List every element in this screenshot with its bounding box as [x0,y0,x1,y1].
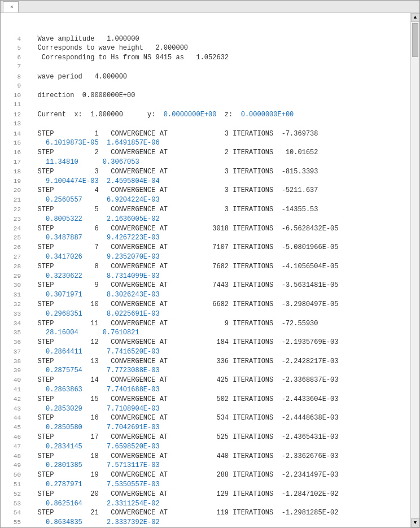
line-text: 0.8634835 2.3337392E-02 [25,518,160,527]
line-row: 50 STEP 19 CONVERGENCE AT 288 ITERATIONS… [5,470,406,480]
line-number: 31 [5,291,21,299]
line-text: STEP 8 CONVERGENCE AT 7682 ITERATIONS -4… [25,262,339,272]
line-text: STEP 17 CONVERGENCE AT 525 ITERATIONS -2… [25,433,339,442]
line-number: 47 [5,443,21,451]
line-number: 7 [5,63,21,71]
scroll-track[interactable] [411,22,419,518]
line-row: 16 STEP 2 CONVERGENCE AT 2 ITERATIONS 10… [5,148,406,158]
line-text: STEP 9 CONVERGENCE AT 7443 ITERATIONS -3… [25,281,339,290]
line-number: 45 [5,424,21,432]
line-text: STEP 12 CONVERGENCE AT 184 ITERATIONS -2… [25,338,339,347]
line-number: 30 [5,281,21,290]
line-number: 19 [5,177,21,186]
line-number: 50 [5,471,21,479]
line-text: STEP 10 CONVERGENCE AT 6682 ITERATIONS -… [25,300,339,309]
scroll-thumb[interactable] [412,23,418,57]
line-text: 0.3417026 9.2352070E-03 [25,252,160,262]
line-row: 49 0.2801385 7.5713117E-03 [5,461,406,470]
line-text: 0.2864411 7.7416520E-03 [25,347,160,357]
line-row: 19 9.1004474E-03 2.4595804E-04 [5,177,406,186]
line-row: 45 0.2850580 7.7042691E-03 [5,423,406,433]
line-text: STEP 16 CONVERGENCE AT 534 ITERATIONS -2… [25,413,339,423]
line-row: 21 0.2560557 6.9204224E-03 [5,195,406,205]
vertical-scrollbar[interactable]: ▲ ▼ [410,13,419,527]
line-row: 14 STEP 1 CONVERGENCE AT 3 ITERATIONS -7… [5,129,406,139]
line-row: 22 STEP 5 CONVERGENCE AT 3 ITERATIONS -1… [5,205,406,215]
line-number: 35 [5,329,21,337]
line-text: 11.34810 0.3067053 [25,158,139,167]
file-tab[interactable]: ✕ [3,1,19,12]
tab-close-button[interactable]: ✕ [10,3,14,10]
line-row: 17 11.34810 0.3067053 [5,158,406,167]
content-area: 4 Wave amplitude 1.0000005 Corresponds t… [1,13,419,527]
line-row: 51 0.2787971 7.5350557E-03 [5,480,406,490]
line-number: 10 [5,91,21,100]
line-number: 42 [5,395,21,404]
line-row: 20 STEP 4 CONVERGENCE AT 3 ITERATIONS -5… [5,186,406,195]
line-text: 0.2834145 7.6598520E-03 [25,442,160,452]
line-row: 38 STEP 13 CONVERGENCE AT 336 ITERATIONS… [5,357,406,366]
line-number: 8 [5,73,21,81]
line-text: STEP 14 CONVERGENCE AT 425 ITERATIONS -2… [25,376,339,385]
main-window: ✕ 4 Wave amplitude 1.0000005 Corresponds… [0,0,420,528]
scroll-down-arrow[interactable]: ▼ [411,518,420,527]
line-number: 5 [5,44,21,53]
line-number: 54 [5,509,21,517]
line-row: 29 0.3230622 8.7314099E-03 [5,272,406,281]
line-row: 31 0.3071971 8.3026243E-03 [5,290,406,300]
line-row: 37 0.2864411 7.7416520E-03 [5,347,406,357]
scroll-up-arrow[interactable]: ▲ [411,13,420,22]
line-number: 15 [5,139,21,147]
line-number: 40 [5,376,21,385]
line-row: 32 STEP 10 CONVERGENCE AT 6682 ITERATION… [5,300,406,309]
line-text: 9.1004474E-03 2.4595804E-04 [25,177,160,186]
line-text: STEP 6 CONVERGENCE AT 3018 ITERATIONS -6… [25,224,339,234]
line-number: 22 [5,206,21,214]
line-row: 54 STEP 21 CONVERGENCE AT 119 ITERATIONS… [5,508,406,518]
line-row: 11 [5,101,406,110]
line-number: 53 [5,500,21,508]
line-text: 0.2968351 8.0225691E-03 [25,309,160,319]
line-row: 52 STEP 20 CONVERGENCE AT 129 ITERATIONS… [5,490,406,499]
line-number: 36 [5,338,21,347]
line-number: 21 [5,196,21,204]
line-text: 0.8005322 2.1636005E-02 [25,215,160,224]
line-row: 42 STEP 15 CONVERGENCE AT 502 ITERATIONS… [5,395,406,404]
line-row: 53 0.8625164 2.3311254E-02 [5,499,406,509]
line-text: STEP 15 CONVERGENCE AT 502 ITERATIONS -2… [25,395,339,404]
line-text: STEP 5 CONVERGENCE AT 3 ITERATIONS -1435… [25,205,318,215]
line-row: 47 0.2834145 7.6598520E-03 [5,442,406,452]
line-number: 12 [5,111,21,119]
line-row: 35 28.16004 0.7610821 [5,328,406,338]
line-number: 32 [5,300,21,309]
line-number: 49 [5,461,21,470]
line-number: 48 [5,452,21,461]
line-row: 18 STEP 3 CONVERGENCE AT 3 ITERATIONS -8… [5,167,406,177]
title-bar: ✕ [1,1,419,13]
line-row: 27 0.3417026 9.2352070E-03 [5,252,406,262]
line-row: 24 STEP 6 CONVERGENCE AT 3018 ITERATIONS… [5,224,406,234]
line-text: Current x: 1.000000 y: 0.0000000E+00 z: … [25,110,294,120]
line-row: 26 STEP 7 CONVERGENCE AT 7107 ITERATIONS… [5,243,406,252]
line-number: 6 [5,54,21,62]
line-text: 6.1019873E-05 1.6491857E-06 [25,138,160,148]
text-content[interactable]: 4 Wave amplitude 1.0000005 Corresponds t… [1,13,410,527]
line-number: 11 [5,101,21,109]
line-row: 40 STEP 14 CONVERGENCE AT 425 ITERATIONS… [5,376,406,385]
line-number: 25 [5,234,21,242]
line-text: 28.16004 0.7610821 [25,328,139,338]
line-text: STEP 11 CONVERGENCE AT 9 ITERATIONS -72.… [25,319,318,329]
line-row: 23 0.8005322 2.1636005E-02 [5,215,406,224]
line-number: 44 [5,414,21,422]
line-text: STEP 4 CONVERGENCE AT 3 ITERATIONS -5211… [25,186,318,195]
line-row: 34 STEP 11 CONVERGENCE AT 9 ITERATIONS -… [5,319,406,329]
line-number: 20 [5,186,21,195]
line-row: 6 Corresponding to Hs from NS 9415 as 1.… [5,53,406,63]
line-row: 9 [5,82,406,91]
line-row: 44 STEP 16 CONVERGENCE AT 534 ITERATIONS… [5,413,406,423]
line-number: 41 [5,386,21,394]
line-text: STEP 7 CONVERGENCE AT 7107 ITERATIONS -5… [25,243,339,252]
line-row: 5 Corresponds to wave height 2.000000 [5,43,406,53]
line-text: STEP 1 CONVERGENCE AT 3 ITERATIONS -7.36… [25,129,318,139]
line-text: wave period 4.000000 [25,72,127,82]
